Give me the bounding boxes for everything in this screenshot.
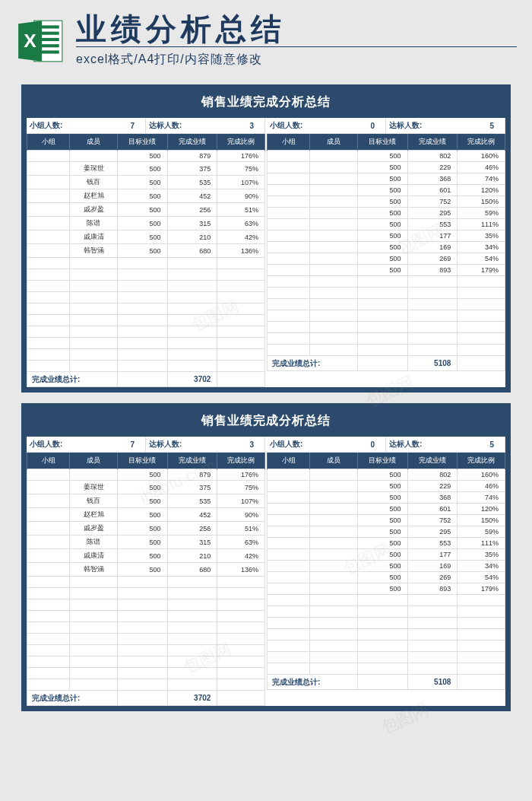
- table-row: 赵栏旭50045290%: [27, 508, 265, 522]
- table-row: 50017735%: [268, 549, 505, 561]
- col-header: 完成比例: [217, 134, 265, 151]
- standard-count: 达标人数:5: [386, 437, 505, 453]
- table-row: 50036874%: [268, 173, 505, 185]
- col-header: 目标业绩: [357, 453, 407, 469]
- table-row: 50017735%: [268, 230, 505, 242]
- total-row: 完成业绩总计:5108: [268, 356, 505, 371]
- table-row: 500893179%: [268, 265, 505, 276]
- col-header: 完成业绩: [407, 134, 458, 151]
- page-header: X 业绩分析总结 excel格式/A4打印/内容随意修改: [0, 0, 532, 74]
- table-row: 戚康清50021042%: [27, 549, 265, 563]
- col-header: 小组: [27, 134, 70, 151]
- col-header: 完成比例: [217, 453, 265, 469]
- col-header: 完成比例: [458, 134, 505, 151]
- group-count: 小组人数:0: [267, 437, 386, 453]
- table-header: 小组成员目标业绩完成业绩完成比例: [27, 453, 265, 469]
- standard-count: 达标人数:3: [146, 118, 265, 134]
- table-right: 小组人数:0 达标人数:5 小组成员目标业绩完成业绩完成比例 500802160…: [265, 118, 505, 387]
- table-row: 50016934%: [268, 242, 505, 253]
- page-title: 业绩分析总结: [76, 14, 517, 44]
- table-row: 赵栏旭50045290%: [27, 189, 265, 203]
- stats-row: 小组人数:7 达标人数:3: [27, 437, 265, 453]
- table-left: 小组人数:7 达标人数:3 小组成员目标业绩完成业绩完成比例 500879176…: [27, 118, 265, 387]
- table-row: 500893179%: [268, 583, 505, 595]
- stats-row: 小组人数:7 达标人数:3: [27, 118, 265, 134]
- spreadsheet: 销售业绩完成分析总结 小组人数:7 达标人数:3 小组成员目标业绩完成业绩完成比…: [21, 403, 511, 711]
- table-header: 小组成员目标业绩完成业绩完成比例: [27, 134, 265, 151]
- table-row: [27, 634, 265, 645]
- table-row: 戚岁盈50025651%: [27, 522, 265, 536]
- table-row: 500601120%: [268, 185, 505, 196]
- table-row: [268, 333, 505, 345]
- col-header: 目标业绩: [117, 134, 167, 151]
- table-row: [268, 618, 505, 629]
- table-row: [268, 652, 505, 663]
- col-header: 小组: [27, 453, 70, 469]
- total-row: 完成业绩总计:3702: [27, 691, 265, 706]
- table-row: [268, 276, 505, 288]
- standard-count: 达标人数:5: [386, 118, 505, 134]
- table-row: [27, 338, 265, 349]
- table-row: [268, 288, 505, 299]
- table-row: [27, 258, 265, 269]
- table-row: [268, 299, 505, 310]
- group-count: 小组人数:7: [27, 118, 146, 134]
- table-row: 陈谱50031563%: [27, 536, 265, 549]
- table-row: [27, 668, 265, 679]
- sheet-title: 销售业绩完成分析总结: [27, 408, 505, 437]
- group-count: 小组人数:0: [267, 118, 386, 134]
- stats-row: 小组人数:0 达标人数:5: [267, 437, 505, 453]
- table-row: 姜琛世50037575%: [27, 481, 265, 494]
- table-row: 500553111%: [268, 219, 505, 230]
- page-subtitle: excel格式/A4打印/内容随意修改: [76, 52, 517, 68]
- table-header: 小组成员目标业绩完成业绩完成比例: [268, 453, 505, 469]
- total-row: 完成业绩总计:5108: [268, 675, 505, 690]
- table-row: [27, 361, 265, 372]
- table-row: [27, 326, 265, 338]
- table-row: [27, 349, 265, 361]
- table-row: 50026954%: [268, 572, 505, 583]
- col-header: 目标业绩: [357, 134, 407, 151]
- sheet-title: 销售业绩完成分析总结: [27, 90, 505, 118]
- table-row: [27, 281, 265, 292]
- table-row: [27, 679, 265, 691]
- data-table: 小组成员目标业绩完成业绩完成比例 500879176% 姜琛世50037575%…: [27, 453, 265, 706]
- col-header: 目标业绩: [117, 453, 167, 469]
- table-row: [27, 656, 265, 668]
- table-row: 50022946%: [268, 481, 505, 492]
- data-table: 小组成员目标业绩完成业绩完成比例 500802160% 50022946% 50…: [267, 453, 505, 690]
- table-row: [268, 663, 505, 675]
- table-row: [27, 577, 265, 588]
- col-header: 完成业绩: [167, 453, 217, 469]
- total-row: 完成业绩总计:3702: [27, 372, 265, 387]
- table-row: 戚岁盈50025651%: [27, 203, 265, 217]
- col-header: 小组: [268, 453, 310, 469]
- table-row: 50029559%: [268, 526, 505, 538]
- table-row: 50026954%: [268, 253, 505, 265]
- table-row: [27, 304, 265, 315]
- table-row: 50016934%: [268, 561, 505, 572]
- table-row: 500802160%: [268, 469, 505, 481]
- table-header: 小组成员目标业绩完成业绩完成比例: [268, 134, 505, 151]
- table-row: 500752150%: [268, 196, 505, 208]
- table-row: 戚康清50021042%: [27, 230, 265, 244]
- table-row: [27, 611, 265, 622]
- standard-count: 达标人数:3: [146, 437, 265, 453]
- table-row: [27, 269, 265, 281]
- table-row: [268, 595, 505, 606]
- table-row: [268, 345, 505, 356]
- col-header: 成员: [310, 134, 358, 151]
- table-row: [27, 622, 265, 634]
- data-table: 小组成员目标业绩完成业绩完成比例 500879176% 姜琛世50037575%…: [27, 134, 265, 387]
- table-left: 小组人数:7 达标人数:3 小组成员目标业绩完成业绩完成比例 500879176…: [27, 437, 265, 706]
- svg-text:X: X: [24, 30, 36, 51]
- table-row: 50022946%: [268, 162, 505, 173]
- table-row: [27, 315, 265, 326]
- table-row: 韩智涵500680136%: [27, 244, 265, 258]
- table-row: 500879176%: [27, 469, 265, 481]
- table-row: 500752150%: [268, 515, 505, 526]
- group-count: 小组人数:7: [27, 437, 146, 453]
- table-row: 陈谱50031563%: [27, 217, 265, 230]
- table-row: [27, 645, 265, 656]
- table-row: [268, 606, 505, 618]
